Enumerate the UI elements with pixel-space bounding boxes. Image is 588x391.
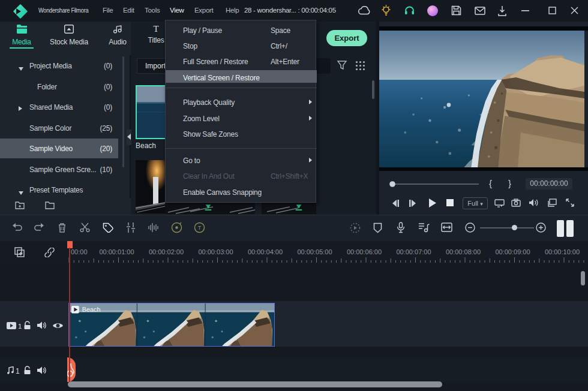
svg-text:Beach: Beach (82, 306, 101, 313)
svg-text:1: 1 (16, 367, 20, 374)
svg-text:T: T (198, 225, 202, 231)
svg-text:1: 1 (18, 323, 22, 330)
